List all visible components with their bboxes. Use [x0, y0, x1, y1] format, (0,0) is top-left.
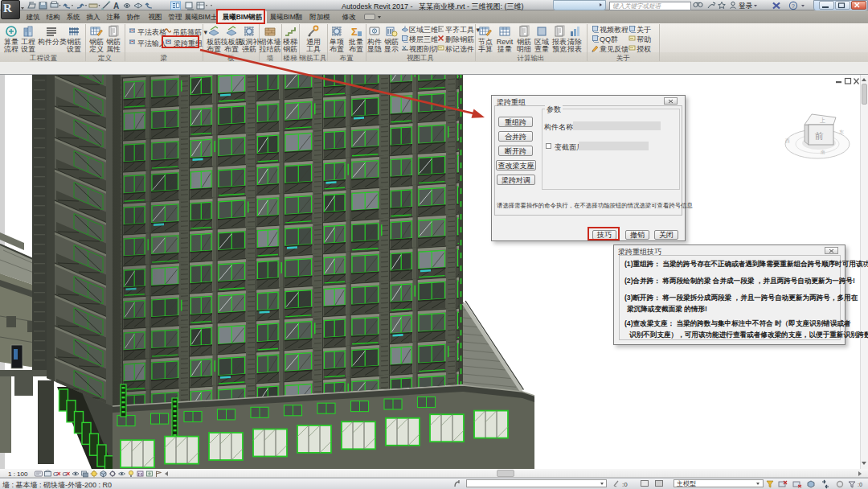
svg-text:东: 东: [839, 129, 844, 134]
svg-text:南: 南: [821, 150, 825, 154]
svg-text:?: ?: [792, 2, 795, 10]
svg-text:A: A: [113, 2, 119, 10]
svg-text::0: :0: [858, 482, 862, 487]
svg-text:上: 上: [820, 117, 825, 123]
svg-text:Σ: Σ: [351, 26, 358, 38]
svg-text:登录: 登录: [739, 2, 753, 10]
svg-text:前: 前: [814, 131, 824, 141]
svg-text::0: :0: [622, 481, 628, 488]
svg-text:西: 西: [785, 138, 790, 144]
svg-text:G: G: [53, 471, 58, 478]
svg-text:G: G: [63, 471, 68, 478]
